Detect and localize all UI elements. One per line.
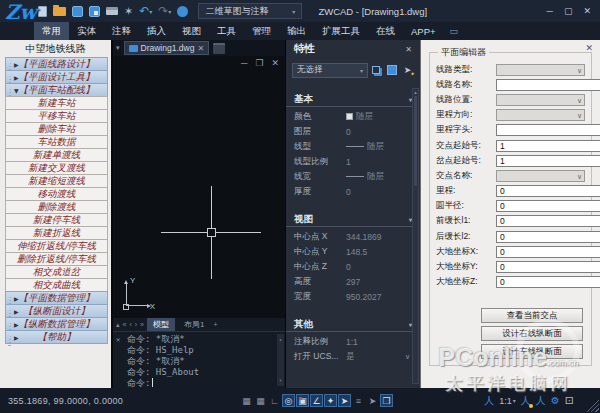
first-tab-icon[interactable]: « — [123, 321, 127, 328]
prev-tab-icon[interactable]: ‹ — [129, 321, 131, 328]
doc-close-button[interactable]: ✕ — [271, 58, 279, 68]
annotation-scale-dropdown[interactable]: 1:1▾ — [499, 396, 516, 406]
save-as-button[interactable] — [89, 4, 100, 18]
sidebar-button[interactable]: 新建交叉渡线 — [5, 161, 108, 175]
line-position-select[interactable]: ∨ — [496, 94, 585, 106]
close-button[interactable]: ✕ — [583, 6, 591, 16]
view-current-intersection-button[interactable]: 查看当前交点 — [481, 308, 583, 323]
property-value[interactable]: 1 — [346, 157, 410, 167]
sidebar-button[interactable]: 移动渡线 — [5, 187, 108, 201]
intersection-name-select[interactable]: ∨ — [496, 170, 585, 182]
next-tab-icon[interactable]: › — [135, 321, 137, 328]
tab-manage[interactable]: 管理 — [244, 22, 279, 40]
tab-app-plus[interactable]: APP+ — [403, 22, 444, 40]
new-file-button[interactable] — [38, 4, 47, 18]
quick-select-icon[interactable] — [387, 65, 397, 75]
circle-radius-input[interactable] — [496, 200, 600, 212]
mileage-input[interactable] — [496, 185, 600, 197]
geodetic-z-input[interactable] — [496, 276, 600, 288]
sidebar-button[interactable]: 相交成曲线 — [5, 278, 108, 292]
resize-grip[interactable] — [586, 399, 599, 412]
property-value[interactable]: 随层 — [346, 171, 410, 183]
property-value[interactable]: 1:1 — [346, 337, 410, 347]
rear-transition-length-input[interactable] — [496, 231, 600, 243]
sidebar-category[interactable]: ▶【纵断面设计】 — [5, 304, 108, 318]
sidebar-button[interactable]: 新建停车线 — [5, 213, 108, 227]
property-value[interactable]: 950.2027 — [346, 292, 410, 302]
sidebar-button[interactable]: 删除折返线/停车线 — [5, 252, 108, 266]
tab-list-dropdown-icon[interactable]: ▾ — [116, 44, 120, 52]
dynamic-input-icon[interactable]: ✦ — [324, 394, 337, 407]
section-misc[interactable]: 其他 ▾ — [286, 318, 417, 332]
sidebar-button[interactable]: 相交成道岔 — [5, 265, 108, 279]
sidebar-button[interactable]: 删除渡线 — [5, 200, 108, 214]
tab-express-tools[interactable]: 扩展工具 — [314, 22, 368, 40]
property-value[interactable]: 344.1869 — [346, 232, 410, 242]
ortho-mode-icon[interactable]: ∟ — [268, 394, 281, 407]
front-transition-length-input[interactable] — [496, 215, 600, 227]
help-button[interactable] — [177, 4, 188, 18]
sidebar-button[interactable]: 新建折返线 — [5, 226, 108, 240]
quick-properties-icon[interactable]: ➤ — [366, 394, 379, 407]
sidebar-button[interactable]: 新建车站 — [5, 96, 108, 110]
property-value[interactable]: 0 — [346, 187, 410, 197]
doc-restore-button[interactable]: ❐ — [255, 58, 263, 68]
settings-gear-icon[interactable]: ⚙ — [551, 395, 560, 406]
tab-view[interactable]: 视图 — [174, 22, 209, 40]
toggle-pickadd-icon[interactable] — [372, 66, 380, 74]
polar-tracking-icon[interactable]: ◎ — [282, 394, 295, 407]
fullscreen-icon[interactable]: ⊡ — [565, 395, 574, 406]
sidebar-button[interactable]: 车站数据 — [5, 135, 108, 149]
add-layout-icon[interactable]: + — [213, 321, 217, 328]
tab-insert[interactable]: 插入 — [139, 22, 174, 40]
undo-button[interactable]: ↶▾ — [139, 4, 152, 18]
tab-solid[interactable]: 实体 — [69, 22, 104, 40]
properties-scrollbar[interactable]: ▴ — [412, 88, 419, 384]
property-value[interactable]: 是∨ — [346, 351, 410, 363]
snap-mode-icon[interactable]: ▦ — [240, 394, 253, 407]
scroll-down-icon[interactable]: ▾ — [279, 375, 282, 386]
print-button[interactable] — [106, 4, 118, 18]
tab-home[interactable]: 常用 — [34, 22, 69, 40]
command-scrollbar[interactable]: ▴ ▾ — [277, 334, 284, 386]
workspace-toggle-icon[interactable]: ❐ — [380, 394, 393, 407]
line-name-input[interactable] — [496, 79, 600, 91]
workspace-switcher[interactable]: 二维草图与注释 ▾ — [198, 3, 302, 19]
property-value[interactable]: 随层 — [346, 141, 410, 153]
dynamic-ucs-icon[interactable]: ➤ — [338, 394, 351, 407]
sidebar-category[interactable]: ▶【平面线路设计】 — [5, 57, 108, 71]
command-line-window[interactable]: ✕ 命令: *取消* 命令: HS_Help 命令: *取消* 命令: HS_A… — [113, 331, 285, 388]
collapse-cmd-icon[interactable]: ▴ — [116, 321, 120, 329]
sidebar-button[interactable]: 删除车站 — [5, 122, 108, 136]
tab-annotate[interactable]: 注释 — [104, 22, 139, 40]
redo-button[interactable]: ↷▾ — [158, 4, 171, 18]
command-close-icon[interactable]: ✕ — [116, 335, 120, 346]
minimize-button[interactable]: ─ — [547, 6, 553, 16]
mileage-prefix-input[interactable] — [496, 124, 600, 136]
mileage-direction-select[interactable]: ∨ — [496, 109, 585, 121]
sidebar-category[interactable]: ▶【平面设计工具】 — [5, 70, 108, 84]
scrollbar-thumb[interactable] — [414, 96, 417, 186]
tab-output[interactable]: 输出 — [279, 22, 314, 40]
doc-minimize-button[interactable]: ─ — [241, 58, 247, 68]
property-value[interactable]: 0 — [346, 262, 410, 272]
new-document-button[interactable] — [213, 43, 225, 54]
property-value[interactable]: 148.5 — [346, 247, 410, 257]
design-left-profile-button[interactable]: 设计左线纵断面 — [481, 344, 583, 359]
property-value[interactable]: 297 — [346, 277, 410, 287]
plot-preview-button[interactable]: ✶ — [124, 4, 133, 18]
document-tab[interactable]: Drawing1.dwg ✕ — [124, 41, 210, 55]
sidebar-button[interactable]: 平移车站 — [5, 109, 108, 123]
property-value[interactable]: 0 — [346, 127, 410, 137]
sidebar-category[interactable]: ▼【平面车站配线】 — [5, 83, 108, 97]
last-tab-icon[interactable]: » — [140, 321, 144, 328]
scroll-up-icon[interactable]: ▴ — [414, 89, 417, 95]
properties-close-icon[interactable]: ✕ — [405, 45, 412, 54]
object-snap-tracking-icon[interactable]: ∠ — [310, 394, 323, 407]
model-tab[interactable]: 模型 — [147, 318, 175, 331]
line-type-select[interactable]: ∨ — [496, 64, 585, 76]
annotation-visibility-icon[interactable]: 人 — [484, 394, 494, 408]
geodetic-x-input[interactable] — [496, 246, 600, 258]
layout1-tab[interactable]: 布局1 — [178, 318, 210, 331]
open-file-button[interactable] — [53, 4, 66, 18]
